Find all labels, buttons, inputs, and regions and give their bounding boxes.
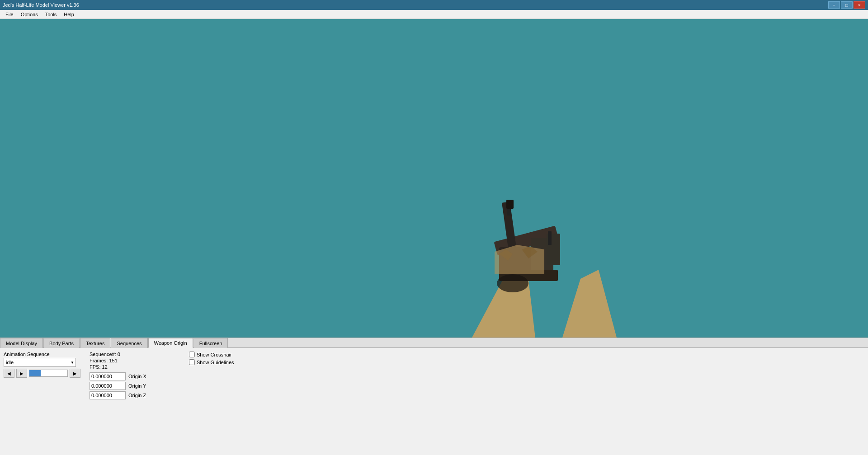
fps-value: 12 bbox=[102, 364, 108, 370]
title-bar-controls: − □ × bbox=[828, 1, 865, 9]
minimize-button[interactable]: − bbox=[828, 1, 840, 9]
title-bar-title: Jed's Half-Life Model Viewer v1.36 bbox=[3, 2, 79, 8]
tabs: Model Display Body Parts Textures Sequen… bbox=[0, 338, 868, 348]
frames-info: Frames: 151 bbox=[90, 358, 180, 363]
bottom-panel: Model Display Body Parts Textures Sequen… bbox=[0, 338, 868, 455]
menu-bar: File Options Tools Help bbox=[0, 10, 868, 19]
tab-weapon-origin[interactable]: Weapon Origin bbox=[148, 338, 193, 348]
frames-value: 151 bbox=[109, 358, 117, 363]
close-button[interactable]: × bbox=[854, 1, 865, 9]
sequence-num-value: 0 bbox=[118, 352, 120, 357]
tab-body-parts[interactable]: Body Parts bbox=[43, 338, 80, 348]
animation-sequence-select[interactable]: idle bbox=[4, 358, 76, 367]
origin-z-row: Origin Z bbox=[90, 391, 180, 399]
menu-tools[interactable]: Tools bbox=[42, 10, 61, 19]
title-bar: Jed's Half-Life Model Viewer v1.36 − □ × bbox=[0, 0, 868, 10]
menu-file[interactable]: File bbox=[2, 10, 17, 19]
svg-rect-14 bbox=[548, 231, 552, 245]
show-crosshair-row: Show Crosshair bbox=[189, 352, 279, 357]
viewport[interactable] bbox=[0, 19, 868, 338]
animation-sequence-label: Animation Sequence bbox=[4, 352, 80, 357]
origin-y-input[interactable] bbox=[90, 382, 126, 390]
sequence-num-label: Sequence#: bbox=[90, 352, 116, 357]
left-column: Animation Sequence idle ◀ ▶ ▶ bbox=[4, 352, 80, 401]
frames-label: Frames: bbox=[90, 358, 108, 363]
show-guidelines-checkbox[interactable] bbox=[189, 359, 195, 365]
tab-textures[interactable]: Textures bbox=[80, 338, 111, 348]
show-crosshair-label[interactable]: Show Crosshair bbox=[197, 352, 232, 357]
origin-z-input[interactable] bbox=[90, 391, 126, 399]
gun-model bbox=[391, 179, 662, 338]
origin-x-label: Origin X bbox=[128, 374, 156, 379]
show-crosshair-checkbox[interactable] bbox=[189, 352, 195, 357]
next-frame-button[interactable]: ▶ bbox=[70, 369, 80, 378]
restore-button[interactable]: □ bbox=[841, 1, 853, 9]
tab-fullscreen[interactable]: Fullscreen bbox=[193, 338, 228, 348]
prev-frame-button[interactable]: ◀ bbox=[4, 369, 14, 378]
tab-sequences[interactable]: Sequences bbox=[111, 338, 147, 348]
middle-column: Sequence#: 0 Frames: 151 FPS: 12 Origin … bbox=[90, 352, 180, 401]
fps-label: FPS: bbox=[90, 364, 100, 370]
playback-controls: ◀ ▶ ▶ bbox=[4, 369, 80, 378]
origin-x-row: Origin X bbox=[90, 372, 180, 380]
svg-point-8 bbox=[497, 274, 528, 292]
weapon-origin-content: Animation Sequence idle ◀ ▶ ▶ Sequence#:… bbox=[0, 348, 868, 404]
origin-x-input[interactable] bbox=[90, 372, 126, 380]
origin-y-label: Origin Y bbox=[128, 383, 156, 389]
origin-z-label: Origin Z bbox=[128, 393, 156, 398]
playback-progress[interactable] bbox=[29, 370, 68, 377]
progress-bar-fill bbox=[29, 370, 41, 376]
show-guidelines-row: Show Guidelines bbox=[189, 359, 279, 365]
show-guidelines-label[interactable]: Show Guidelines bbox=[197, 360, 234, 365]
right-column: Show Crosshair Show Guidelines bbox=[189, 352, 279, 401]
svg-marker-1 bbox=[562, 270, 617, 338]
play-button[interactable]: ▶ bbox=[16, 369, 27, 378]
animation-sequence-wrapper[interactable]: idle bbox=[4, 358, 76, 367]
svg-rect-9 bbox=[506, 200, 514, 209]
sequence-num-info: Sequence#: 0 bbox=[90, 352, 180, 357]
fps-info: FPS: 12 bbox=[90, 364, 180, 370]
tab-model-display[interactable]: Model Display bbox=[0, 338, 43, 348]
origin-y-row: Origin Y bbox=[90, 382, 180, 390]
menu-options[interactable]: Options bbox=[17, 10, 42, 19]
menu-help[interactable]: Help bbox=[60, 10, 78, 19]
